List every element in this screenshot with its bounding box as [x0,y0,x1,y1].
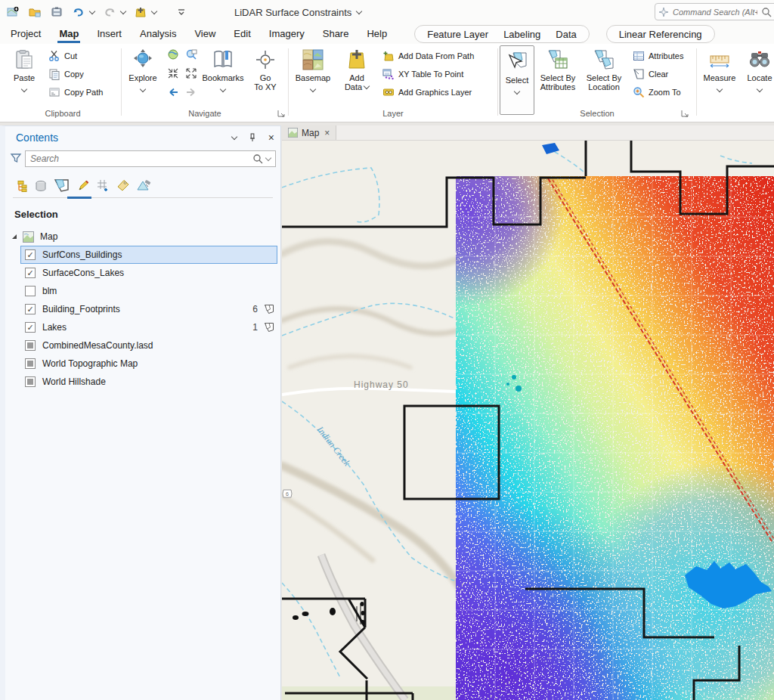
list-by-snapping-icon[interactable] [96,178,110,194]
contents-search-box[interactable] [25,150,276,167]
tab-labeling[interactable]: Labeling [496,26,548,42]
redo-icon[interactable] [101,4,119,20]
close-pane-icon[interactable]: × [268,132,274,144]
tab-linear-referencing[interactable]: Linear Referencing [611,26,710,42]
copy-path-button[interactable]: Copy Path [48,86,103,98]
tree-item-map[interactable]: Map [5,228,280,246]
fixed-zoom-extent-icon[interactable] [185,48,197,63]
command-search-input[interactable] [673,8,757,17]
layer-checkbox[interactable]: ✓ [25,249,36,260]
select-chevron[interactable] [514,88,520,94]
select-by-attributes-button[interactable]: Select By Attributes [534,44,581,91]
list-by-labeling-icon[interactable] [116,178,130,194]
bookmarks-chevron[interactable] [220,86,226,92]
layer-row-blm[interactable]: blm [5,282,280,300]
paste-button[interactable]: Paste [6,44,42,91]
contents-search-input[interactable] [30,153,249,164]
layer-row-world-hillshade[interactable]: World Hillshade [5,373,280,391]
next-extent-icon[interactable] [185,86,197,101]
selection-dialog-launcher[interactable] [680,108,689,117]
collapse-triangle-icon[interactable] [11,234,17,240]
layer-checkbox[interactable] [25,286,36,296]
layer-row-surfacecons-lakes[interactable]: ✓ SurfaceCons_Lakes [5,264,280,282]
tab-analysis[interactable]: Analysis [132,25,184,44]
add-data-quick-icon[interactable] [132,4,150,20]
tab-feature-layer[interactable]: Feature Layer [420,26,496,42]
fixed-zoom-out-icon[interactable] [185,67,197,82]
tab-share[interactable]: Share [315,25,357,44]
bookmarks-button[interactable]: Bookmarks [197,44,249,91]
xy-table-to-point-button[interactable]: XY Table To Point [382,68,474,80]
paste-chevron[interactable] [21,86,27,92]
save-project-icon[interactable] [48,4,66,20]
zoom-to-button[interactable]: Zoom To [633,86,683,98]
tab-data[interactable]: Data [548,26,584,42]
undo-icon[interactable] [70,4,88,20]
close-map-tab-icon[interactable]: × [324,128,330,138]
cut-button[interactable]: Cut [48,50,103,62]
explore-button[interactable]: Explore [123,44,163,91]
measure-button[interactable]: Measure [698,44,741,91]
redo-dropdown-chevron[interactable] [119,4,128,20]
copy-button[interactable]: Copy [48,68,103,80]
add-data-from-path-button[interactable]: Add Data From Path [382,50,474,62]
add-graphics-layer-button[interactable]: Add Graphics Layer [382,86,474,98]
full-extent-icon[interactable] [167,48,179,63]
select-button[interactable]: Select [500,45,534,115]
list-by-data-source-icon[interactable] [35,180,47,194]
customize-quick-access-icon[interactable] [172,4,190,20]
previous-extent-icon[interactable] [167,86,179,101]
navigate-dialog-launcher[interactable] [276,108,285,117]
layer-row-combinedmesacounty[interactable]: CombinedMesaCounty.lasd [5,336,280,355]
layer-checkbox[interactable] [25,376,36,387]
add-data-button[interactable]: Add Data [339,44,375,91]
tab-imagery[interactable]: Imagery [262,25,312,44]
layer-row-surfcons-buildings[interactable]: ✓ SurfCons_Buildings [5,246,280,264]
layer-row-world-topographic-map[interactable]: World Topographic Map [5,355,280,373]
map-canvas[interactable]: Highway 50 Indian Creek 6 [282,141,774,700]
selection-count-icon[interactable] [264,322,274,335]
list-by-drawing-order-icon[interactable] [16,180,28,194]
locate-chevron[interactable] [757,86,763,92]
selection-count-icon[interactable] [264,304,274,317]
layer-row-building-footprints[interactable]: ✓ Building_Footprints 6 [5,300,280,318]
project-title[interactable]: LiDAR Surface Constraints [234,7,361,18]
filter-icon[interactable] [10,152,22,166]
tab-edit[interactable]: Edit [226,25,258,44]
tab-help[interactable]: Help [359,25,395,44]
open-project-icon[interactable] [26,4,44,20]
map-view-tab[interactable]: Map × [282,125,336,140]
undo-dropdown-chevron[interactable] [88,4,97,20]
command-search[interactable] [655,3,774,20]
clear-button[interactable]: Clear [633,68,683,80]
basemap-chevron[interactable] [310,86,316,92]
tab-map[interactable]: Map [51,25,86,44]
locate-button[interactable]: Locate [741,44,774,91]
layer-checkbox[interactable] [25,358,36,369]
layer-checkbox[interactable]: ✓ [25,322,36,333]
fixed-zoom-in-icon[interactable] [167,67,179,82]
measure-chevron[interactable] [717,86,723,92]
add-data-dropdown-chevron[interactable] [150,4,159,20]
new-project-icon[interactable] [4,4,22,20]
navigate-group-label: Navigate [123,109,286,118]
list-by-perspective-icon[interactable] [137,178,152,194]
search-options-chevron[interactable] [265,154,271,160]
list-by-selection-icon[interactable] [54,178,70,194]
attributes-button[interactable]: Attributes [633,50,683,62]
tab-view[interactable]: View [187,25,223,44]
tab-insert[interactable]: Insert [89,25,129,44]
pin-icon[interactable] [247,132,258,143]
explore-chevron[interactable] [140,86,146,92]
list-by-editing-icon[interactable] [77,180,89,194]
add-data-chevron[interactable] [364,82,370,88]
layer-checkbox[interactable]: ✓ [25,268,36,278]
tab-project[interactable]: Project [3,25,48,44]
layer-row-lakes[interactable]: ✓ Lakes 1 [5,318,280,336]
basemap-button[interactable]: Basemap [290,44,336,91]
layer-checkbox[interactable]: ✓ [25,304,36,314]
go-to-xy-button[interactable]: Go To XY [249,44,282,91]
pane-menu-chevron[interactable] [232,137,237,139]
layer-checkbox[interactable] [25,340,36,351]
select-by-location-button[interactable]: Select By Location [581,44,627,91]
